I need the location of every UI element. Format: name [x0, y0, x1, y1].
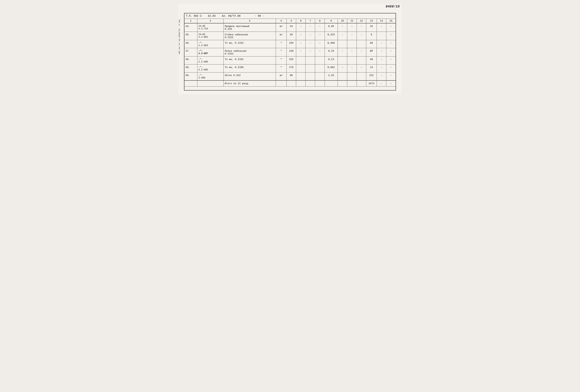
row-number: 48. — [184, 56, 197, 64]
row-col-9: 2,25 — [325, 73, 338, 81]
row-col-15: – — [386, 56, 396, 64]
row-col-10: – — [338, 23, 347, 32]
row-col-9: 0,400 — [325, 40, 338, 48]
row-col-5: 98 — [287, 73, 296, 81]
row-col-15: – — [386, 23, 396, 32]
row-col-14: – — [377, 40, 386, 48]
row-number: 44. — [184, 23, 197, 32]
col-header-4: 4 — [276, 19, 287, 23]
row-name: Лоток К-422 — [223, 73, 276, 81]
row-col-5: 525 — [287, 56, 296, 64]
row-col-7 — [306, 64, 315, 73]
row-name: То же, К-II60 — [223, 64, 276, 73]
row-col-12 — [357, 56, 366, 64]
row-col-8: – — [315, 48, 325, 56]
row-col-12: – — [357, 32, 366, 40]
col-header-1: I — [184, 19, 197, 23]
row-code: –"–п.I–696 — [197, 56, 223, 64]
row-col-11 — [347, 40, 357, 48]
total-empty-5 — [325, 81, 338, 87]
col-header-8: 8 — [315, 19, 325, 23]
row-col-8: – — [315, 23, 325, 32]
row-col-14 — [377, 32, 386, 40]
row-col-9: 0,I3 — [325, 56, 338, 64]
total-empty-7 — [347, 81, 357, 87]
spacer-row — [184, 87, 396, 90]
row-number: 49. — [184, 64, 197, 73]
row-col-7: – — [306, 23, 315, 32]
row-code: 24–05п.I–862 — [197, 32, 223, 40]
total-num — [184, 81, 197, 87]
row-col-9: 0,3I5 — [325, 32, 338, 40]
row-col-10: – — [338, 32, 347, 40]
total-empty-0 — [276, 81, 287, 87]
row-col-15: – — [386, 73, 396, 81]
row-col-6: – — [296, 32, 305, 40]
row-name: Стойка кабельнаяК-II5I — [223, 32, 276, 40]
total-empty-1 — [287, 81, 296, 87]
header-columns-row: I 2 3 4 5 6 7 8 9 IO II I2 I3 I4 I5 — [184, 19, 396, 23]
row-col-9: 0,082 — [325, 64, 338, 73]
row-col-7 — [306, 73, 315, 81]
row-col-8: – — [315, 40, 325, 48]
row-code: –"–п.I–863 — [197, 40, 223, 48]
main-table: Т.П. 9ОI-I- 32.83 Ал. УШ/ТУ.86 - 90 - I … — [184, 13, 396, 91]
row-col-13: I4 — [366, 64, 377, 73]
row-col-12: – — [357, 23, 366, 32]
col-header-11: II — [347, 19, 357, 23]
row-col-14: – — [377, 64, 386, 73]
spacer-cell — [184, 87, 396, 90]
row-col-6: – — [296, 40, 305, 48]
row-col-9: 0,I9 — [325, 48, 338, 56]
total-empty-4 — [315, 81, 325, 87]
row-col-6: – — [296, 23, 305, 32]
col-header-14: I4 — [377, 19, 386, 23]
row-unit: " — [276, 48, 287, 56]
row-unit: шт — [276, 32, 287, 40]
row-col-5: I76 — [287, 64, 296, 73]
col-header-6: 6 — [296, 19, 305, 23]
row-col-6 — [296, 73, 305, 81]
row-col-7: – — [306, 48, 315, 56]
total-empty-6 — [338, 81, 347, 87]
row-col-13: 6 — [366, 32, 377, 40]
row-unit: шт — [276, 23, 287, 32]
table-row: 50.–"–I–469Лоток К-422шт982,2522I–– — [184, 73, 396, 81]
col-header-3: 3 — [223, 19, 276, 23]
row-col-10 — [338, 73, 347, 81]
row-col-6 — [296, 64, 305, 73]
row-col-14: – — [377, 48, 386, 56]
row-number: 45. — [184, 32, 197, 40]
row-col-8: – — [315, 32, 325, 40]
row-col-10: – — [338, 64, 347, 73]
row-col-8 — [315, 56, 325, 64]
total-col15: – — [386, 81, 396, 87]
row-number: 50. — [184, 73, 197, 81]
row-name: То же, К-II52 — [223, 40, 276, 48]
row-col-10: – — [338, 48, 347, 56]
total-label: Итого по II разд. — [223, 81, 276, 87]
row-col-13: 27 — [366, 48, 377, 56]
col-header-13: I3 — [366, 19, 377, 23]
row-unit: " — [276, 64, 287, 73]
side-text: УВШ зак.43 тир 5060ат38. /4,3ед. — [178, 18, 180, 54]
col-header-12: I2 — [357, 19, 366, 23]
row-col-13: 66 — [366, 40, 377, 48]
total-code — [197, 81, 223, 87]
col-header-5: 5 — [287, 19, 296, 23]
row-number: 47. — [184, 48, 197, 56]
row-col-11: – — [347, 23, 357, 32]
row-col-11 — [347, 56, 357, 64]
row-col-12: – — [357, 48, 366, 56]
row-name: Полка кабельнаяК-II62 — [223, 48, 276, 56]
header-dash: - 90 - — [255, 14, 264, 17]
header-spec: 32.83 — [208, 14, 216, 17]
row-unit: шт — [276, 73, 287, 81]
document-number: 8459/15 — [386, 5, 400, 8]
total-col14: – — [377, 81, 386, 87]
table-row: 45.24–05п.I–862Стойка кабельнаяК-II5Iшт2… — [184, 32, 396, 40]
table-row: 46.–"–п.I–863То же, К-II52"I64–––0,40066… — [184, 40, 396, 48]
row-col-8 — [315, 73, 325, 81]
row-col-15: – — [386, 32, 396, 40]
row-unit: " — [276, 40, 287, 48]
